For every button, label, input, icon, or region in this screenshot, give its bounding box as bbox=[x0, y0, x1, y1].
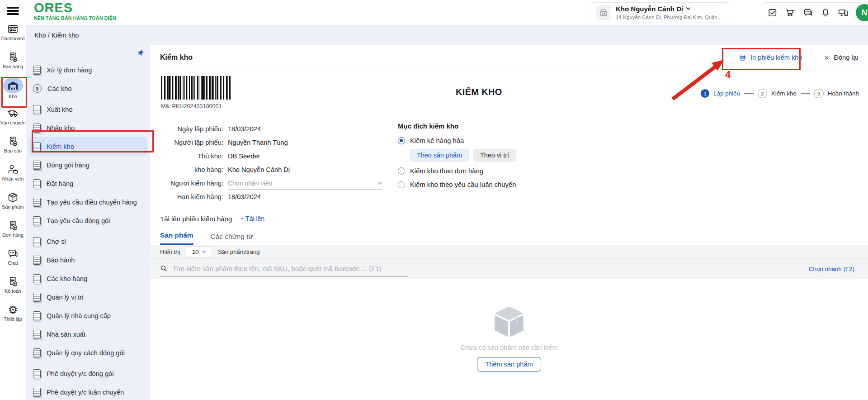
task-check-icon[interactable] bbox=[768, 8, 778, 18]
dashboard-icon bbox=[7, 24, 19, 35]
page-title: Kiểm kho bbox=[160, 53, 193, 62]
upload-button[interactable]: + Tải lên bbox=[240, 215, 264, 222]
search-input[interactable] bbox=[172, 264, 408, 273]
sidebar-item-cac-kho-hang[interactable]: Các kho hàng bbox=[28, 269, 147, 288]
document-icon bbox=[33, 179, 41, 188]
document-icon bbox=[33, 369, 41, 378]
sidebar-item-bao-hanh[interactable]: Bảo hành bbox=[28, 251, 147, 269]
step-circle: 3 bbox=[814, 89, 824, 98]
step-circle: 1 bbox=[701, 89, 709, 98]
sidebar-item-van-chuyen[interactable]: Vận chuyển bbox=[0, 103, 26, 131]
show-label: Hiển thị bbox=[160, 248, 180, 255]
avatar[interactable]: N bbox=[856, 4, 868, 21]
sidebar-item-xuat-kho[interactable]: Xuất kho bbox=[28, 100, 147, 119]
secondary-sidebar: Xử lý đơn hàng $Các kho Xuất kho Nhập kh… bbox=[26, 45, 150, 400]
submenu-label: Các kho bbox=[47, 85, 72, 92]
search-bar bbox=[160, 261, 408, 277]
sidebar-item-quan-ly-vi-tri[interactable]: Quản lý vị trí bbox=[28, 288, 147, 306]
sidebar-item-tao-yeu-cau-dieu-chuyen[interactable]: Tạo yêu cầu điều chuyển hàng bbox=[28, 193, 147, 211]
field-label: Hạn kiểm hàng: bbox=[150, 193, 223, 200]
sidebar-item-xu-ly-don-hang[interactable]: Xử lý đơn hàng bbox=[28, 61, 147, 79]
field-value: 18/03/2024 bbox=[228, 193, 261, 200]
sidebar-item-cho-si[interactable]: Chợ sỉ bbox=[28, 232, 147, 251]
empty-message: Chưa có sản phẩm nào cần kiểm bbox=[460, 344, 557, 351]
devices-icon[interactable] bbox=[838, 8, 848, 18]
staff-select[interactable]: Chọn nhân viên bbox=[228, 177, 382, 190]
nav-label: Báo cáo bbox=[4, 148, 22, 153]
sidebar-item-phe-duyet-yc-luan-chuyen[interactable]: Phê duyệt y/c luân chuyển bbox=[28, 383, 147, 400]
radio-kiem-kho-theo-yeu-cau-luan-chuyen[interactable]: Kiểm kho theo yêu cầu luân chuyển bbox=[398, 178, 516, 191]
mode-theo-vi-tri-button[interactable]: Theo vị trí bbox=[473, 149, 516, 162]
upload-row: Tải lên phiếu kiểm hàng + Tải lên bbox=[150, 209, 868, 228]
document-plus-icon bbox=[7, 136, 19, 147]
sidebar-item-quan-ly-quy-cach-dong-goi[interactable]: Quản lý quy cách đóng gói bbox=[28, 343, 147, 362]
barcode: Mã: PKH202403180001 bbox=[161, 76, 232, 110]
sidebar-item-dashboard[interactable]: Dashboard bbox=[0, 19, 26, 47]
close-button[interactable]: Đóng lại bbox=[824, 54, 858, 61]
cart-icon[interactable] bbox=[785, 8, 795, 18]
mode-theo-san-pham-button[interactable]: Theo sản phẩm bbox=[410, 149, 469, 162]
document-icon bbox=[33, 348, 41, 357]
sidebar-item-kiem-kho[interactable]: Kiểm kho bbox=[28, 137, 147, 156]
tab-cac-chung-tu[interactable]: Các chứng từ bbox=[211, 233, 253, 245]
submenu-label: Tạo yêu cầu điều chuyển hàng bbox=[47, 199, 137, 206]
close-label: Đóng lại bbox=[834, 54, 858, 61]
store-selector[interactable]: Kho Nguyễn Cảnh Dị 14 Nguyễn Cảnh Dị, Ph… bbox=[591, 2, 729, 23]
sidebar-item-ke-toan[interactable]: Kế toán bbox=[0, 271, 26, 299]
dollar-circle-icon: $ bbox=[33, 84, 42, 93]
submenu-label: Chợ sỉ bbox=[47, 238, 66, 245]
chat-bubble-icon[interactable] bbox=[803, 8, 813, 18]
sidebar-item-phe-duyet-yc-dong-goi[interactable]: Phê duyệt y/c đóng gói bbox=[28, 364, 147, 383]
sidebar-item-cac-kho[interactable]: $Các kho bbox=[28, 79, 147, 98]
radio-kiem-kho-theo-don-hang[interactable]: Kiểm kho theo đơn hàng bbox=[398, 164, 516, 178]
document-icon bbox=[33, 237, 41, 246]
field-value: DB Seeder bbox=[228, 152, 260, 160]
step-label: Lập phiếu bbox=[713, 90, 740, 97]
radio-label: Kiểm kho theo đơn hàng bbox=[410, 167, 483, 175]
submenu-label: Các kho hàng bbox=[47, 275, 87, 282]
form-fields: Ngày lập phiếu:18/03/2024 Người lập phiế… bbox=[150, 122, 382, 204]
sidebar-item-dong-goi-hang[interactable]: Đóng gói hàng bbox=[28, 156, 147, 174]
nav-label: Thiết lập bbox=[4, 317, 22, 322]
pin-icon[interactable] bbox=[137, 49, 144, 57]
nav-label: Bán hàng bbox=[3, 64, 23, 69]
field-label: Người kiểm hàng: bbox=[150, 180, 223, 187]
tab-san-pham[interactable]: Sản phẩm bbox=[160, 231, 193, 245]
print-label: In phiếu kiểm kho bbox=[750, 54, 802, 61]
hamburger-menu-icon[interactable] bbox=[7, 7, 19, 15]
sidebar-item-nha-san-xuat[interactable]: Nhà sản xuất bbox=[28, 325, 147, 343]
document-plus-icon bbox=[7, 220, 19, 231]
print-inventory-check-button[interactable]: In phiếu kiểm kho bbox=[739, 54, 802, 62]
sidebar-item-nhap-kho[interactable]: Nhập kho bbox=[28, 119, 147, 137]
submenu-label: Bảo hành bbox=[47, 257, 75, 264]
bell-icon[interactable] bbox=[821, 8, 830, 18]
sidebar-item-dat-hang[interactable]: Đặt hàng bbox=[28, 174, 147, 193]
page-size-select[interactable]: 10 bbox=[186, 246, 212, 257]
document-icon bbox=[33, 330, 41, 339]
truck-icon bbox=[7, 108, 19, 119]
breadcrumb[interactable]: Kho / Kiểm kho bbox=[26, 25, 868, 45]
sidebar-item-bao-cao[interactable]: Báo cáo bbox=[0, 131, 26, 159]
field-value: Kho Nguyễn Cảnh Dị bbox=[228, 166, 290, 173]
quick-select-link[interactable]: Chọn nhanh (F2) bbox=[809, 266, 854, 272]
sidebar-item-quan-ly-nha-cung-cap[interactable]: Quản lý nhà cung cấp bbox=[28, 306, 147, 325]
chevron-down-icon bbox=[202, 250, 206, 253]
document-title: KIỂM KHO bbox=[456, 87, 502, 97]
radio-kiem-ke-hang-hoa[interactable]: Kiểm kê hàng hóa bbox=[398, 134, 516, 148]
sidebar-item-don-hang[interactable]: Đơn hàng bbox=[0, 215, 26, 243]
close-icon bbox=[824, 55, 830, 61]
sidebar-item-kho[interactable]: Kho bbox=[0, 75, 26, 103]
sidebar-item-ban-hang[interactable]: Bán hàng bbox=[0, 47, 26, 75]
divider bbox=[26, 99, 150, 99]
add-product-button[interactable]: Thêm sản phẩm bbox=[477, 357, 541, 371]
main-panel: Kiểm kho In phiếu kiểm kho Đóng lại bbox=[150, 45, 868, 400]
submenu-label: Kiểm kho bbox=[47, 143, 74, 150]
sidebar-item-tao-yeu-cau-dong-goi[interactable]: Tạo yêu cầu đóng gói bbox=[28, 211, 147, 230]
sidebar-item-thiet-lap[interactable]: ⚙ Thiết lập bbox=[0, 299, 26, 327]
document-icon bbox=[33, 256, 41, 265]
brand-name: ORES bbox=[34, 1, 116, 14]
nav-label: Vận chuyển bbox=[0, 120, 26, 125]
sidebar-item-chat[interactable]: Chat bbox=[0, 243, 26, 271]
sidebar-item-nhan-vien[interactable]: Nhân viên bbox=[0, 159, 26, 187]
sidebar-item-san-pham[interactable]: Sản phẩm bbox=[0, 187, 26, 215]
